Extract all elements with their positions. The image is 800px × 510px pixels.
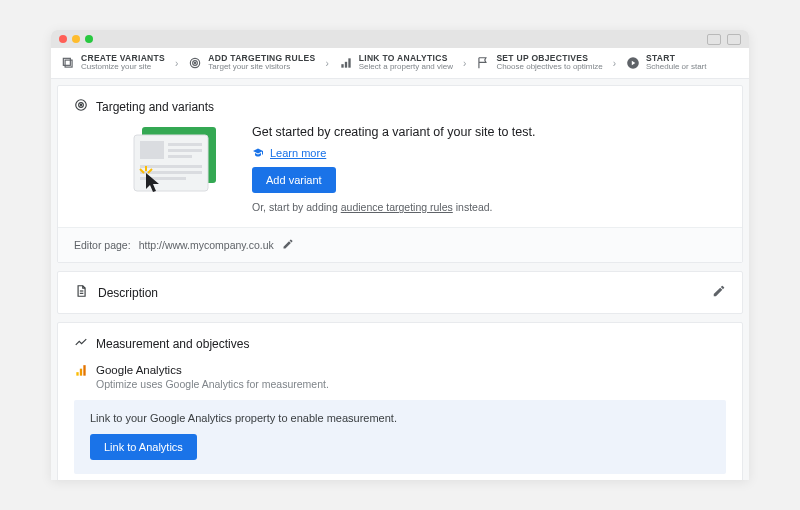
chevron-right-icon: ›: [173, 58, 180, 69]
share-icon[interactable]: [707, 34, 721, 45]
graduation-icon: [252, 147, 264, 159]
step-sub: Select a property and view: [359, 63, 453, 72]
analytics-icon: [339, 56, 353, 70]
learn-more-row: Learn more: [252, 147, 535, 159]
link-analytics-callout: Link to your Google Analytics property t…: [74, 400, 726, 474]
edit-url-button[interactable]: [282, 238, 294, 252]
ga-title: Google Analytics: [96, 364, 329, 376]
svg-rect-15: [168, 143, 202, 146]
svg-rect-6: [345, 62, 347, 68]
add-variant-button[interactable]: Add variant: [252, 167, 336, 193]
step-start[interactable]: START Schedule or start: [622, 52, 710, 74]
chevron-right-icon: ›: [323, 58, 330, 69]
headline: Get started by creating a variant of you…: [252, 125, 535, 139]
content: Targeting and variants: [51, 79, 749, 480]
editor-page-row: Editor page: http://www.mycompany.co.uk: [58, 227, 742, 262]
svg-rect-17: [168, 155, 192, 158]
description-card[interactable]: Description: [57, 271, 743, 314]
targeting-card: Targeting and variants: [57, 85, 743, 263]
svg-point-4: [195, 62, 196, 63]
play-circle-icon: [626, 56, 640, 70]
targeting-header: Targeting and variants: [74, 98, 726, 115]
titlebar: [51, 30, 749, 48]
measurement-card: Measurement and objectives Google Analyt…: [57, 322, 743, 480]
svg-point-11: [80, 105, 81, 106]
trend-icon: [74, 335, 88, 352]
svg-rect-7: [348, 58, 350, 67]
cta-column: Get started by creating a variant of you…: [252, 125, 535, 213]
audience-rules-link[interactable]: audience targeting rules: [341, 201, 453, 213]
document-icon: [74, 284, 88, 301]
svg-rect-5: [341, 64, 343, 68]
measurement-header: Measurement and objectives: [74, 335, 726, 352]
editor-label: Editor page:: [74, 239, 131, 251]
step-set-objectives[interactable]: SET UP OBJECTIVES Choose objectives to o…: [472, 52, 606, 74]
chevron-right-icon: ›: [461, 58, 468, 69]
svg-rect-14: [140, 141, 164, 159]
svg-rect-0: [65, 60, 72, 67]
editor-url: http://www.mycompany.co.uk: [139, 239, 274, 251]
step-create-variants[interactable]: CREATE VARIANTS Customize your site: [57, 52, 169, 74]
svg-rect-1: [63, 58, 70, 65]
google-analytics-icon: [74, 364, 88, 381]
stepper: CREATE VARIANTS Customize your site › AD…: [51, 48, 749, 79]
step-sub: Schedule or start: [646, 63, 706, 72]
edit-description-button[interactable]: [712, 284, 726, 301]
target-icon: [74, 98, 88, 115]
window-close-button[interactable]: [59, 35, 67, 43]
window-maximize-button[interactable]: [85, 35, 93, 43]
targeting-hint: Or, start by adding audience targeting r…: [252, 201, 535, 213]
svg-rect-26: [76, 372, 78, 376]
step-sub: Target your site visitors: [208, 63, 315, 72]
step-sub: Customize your site: [81, 63, 165, 72]
learn-more-link[interactable]: Learn more: [270, 147, 326, 159]
chevron-right-icon: ›: [611, 58, 618, 69]
svg-rect-16: [168, 149, 202, 152]
svg-rect-28: [83, 365, 85, 376]
variants-icon: [61, 56, 75, 70]
section-title: Targeting and variants: [96, 100, 214, 114]
step-add-targeting[interactable]: ADD TARGETING RULES Target your site vis…: [184, 52, 319, 74]
link-to-analytics-button[interactable]: Link to Analytics: [90, 434, 197, 460]
pencil-icon: [712, 284, 726, 298]
step-sub: Choose objectives to optimize: [496, 63, 602, 72]
svg-rect-27: [80, 369, 82, 376]
app-window: CREATE VARIANTS Customize your site › AD…: [51, 30, 749, 480]
section-title: Measurement and objectives: [96, 337, 249, 351]
svg-rect-18: [140, 165, 202, 168]
ga-row: Google Analytics Optimize uses Google An…: [74, 364, 726, 390]
window-minimize-button[interactable]: [72, 35, 80, 43]
flag-icon: [476, 56, 490, 70]
panel-icon[interactable]: [727, 34, 741, 45]
description-title: Description: [98, 286, 158, 300]
callout-text: Link to your Google Analytics property t…: [90, 412, 710, 424]
pencil-icon: [282, 238, 294, 250]
variant-illustration: [120, 125, 228, 203]
target-icon: [188, 56, 202, 70]
ga-sub: Optimize uses Google Analytics for measu…: [96, 378, 329, 390]
step-link-analytics[interactable]: LINK TO ANALYTICS Select a property and …: [335, 52, 457, 74]
titlebar-right: [707, 34, 741, 45]
